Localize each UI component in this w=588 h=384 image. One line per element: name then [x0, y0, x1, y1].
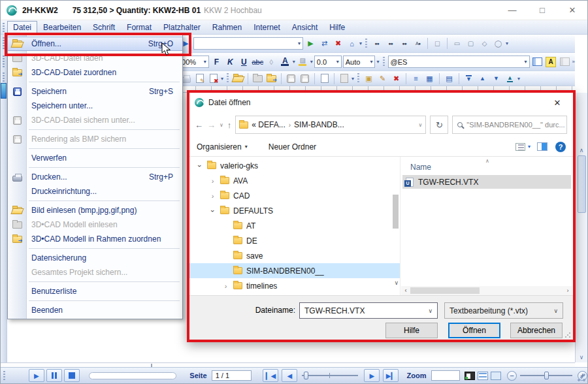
page-layout-icon[interactable]: ▤	[443, 72, 455, 85]
move-up-icon[interactable]: ▲	[476, 72, 489, 85]
organize-dropdown-icon[interactable]: ▾	[245, 144, 248, 150]
stop-button[interactable]	[64, 369, 80, 382]
slider-thumb[interactable]	[544, 372, 549, 379]
menu-platzhalter[interactable]: Platzhalter	[157, 21, 206, 34]
table-disabled-icon[interactable]	[559, 56, 571, 68]
find-next-icon[interactable]: ●●	[398, 37, 410, 50]
scroll-up-icon[interactable]: ∧	[576, 145, 587, 155]
tree-scroll-thumb[interactable]	[393, 195, 399, 229]
strikethrough-icon[interactable]: abc	[252, 56, 264, 68]
dropdown-icon[interactable]: ▾	[295, 40, 301, 46]
dialog-resize-grip[interactable]	[564, 332, 571, 338]
toolbar-overflow-icon[interactable]: ▾	[506, 42, 508, 45]
list-format-icon[interactable]: ≡	[410, 72, 422, 85]
tree-item-sim-bandbren00[interactable]: SIM-BANDBREN00__	[189, 263, 400, 278]
scroll-thumb[interactable]	[578, 155, 586, 213]
search-input[interactable]: "SIM-BANDBREN00__" durc...	[452, 116, 567, 134]
resize-grip[interactable]	[577, 373, 586, 382]
zoom-page-icon[interactable]	[465, 372, 475, 380]
polygon-shape-icon[interactable]: ◇	[478, 37, 491, 50]
align-top-icon[interactable]: ▼	[463, 72, 475, 85]
menu-item-druckeinrichtung[interactable]: Druckeinrichtung...	[8, 184, 182, 199]
menu-item-beenden[interactable]: Beenden	[8, 303, 182, 317]
edit-page-icon[interactable]: ✎	[193, 72, 206, 85]
menu-item-speichern[interactable]: Speichern Strg+S	[8, 84, 182, 99]
menu-item-speichern-unter[interactable]: Speichern unter...	[8, 99, 182, 113]
url-combobox[interactable]: ▾	[193, 37, 303, 50]
toolbar-overflow-icon[interactable]: ▾	[351, 77, 354, 80]
dropdown-icon[interactable]: ∨	[553, 308, 558, 314]
menu-item-benutzerliste[interactable]: Benutzerliste	[8, 284, 182, 298]
expander-icon[interactable]: ›	[222, 282, 229, 290]
play-button[interactable]: ▶	[29, 369, 44, 382]
menu-item-3d-modell-rahmen-zuordnen[interactable]: 3D•CAD Modell in Rahmen zuordnen	[8, 232, 182, 246]
new-folder-button[interactable]: Neuer Ordner	[269, 142, 316, 152]
menu-item-3d-cad-zuordnen[interactable]: 3D-CAD-Datei zuordnen	[8, 65, 182, 80]
first-page-button[interactable]: ▎◀	[263, 369, 278, 382]
scroll-left-icon[interactable]: ›	[401, 287, 410, 294]
horizontal-scrollbar[interactable]	[1, 362, 575, 367]
open-folder-icon[interactable]	[232, 72, 244, 85]
save-as-disabled-icon[interactable]	[299, 72, 311, 85]
folder-assign-icon[interactable]	[265, 72, 278, 85]
scroll-right-icon[interactable]: ›	[563, 287, 572, 294]
cancel-button[interactable]: Abbrechen	[510, 323, 563, 338]
tree-item-save[interactable]: save	[189, 248, 400, 263]
zoom-out-button[interactable]: –	[507, 371, 517, 381]
menu-rahmen[interactable]: Rahmen	[206, 21, 248, 34]
find-prev-icon[interactable]: ●●	[384, 37, 397, 50]
fill-color-dropdown-icon[interactable]: ▾	[310, 60, 313, 63]
toolbar-grip[interactable]	[357, 73, 359, 84]
line-width-combobox[interactable]: 0.0 ▾	[314, 56, 342, 68]
prev-page-button[interactable]: ◀	[282, 369, 297, 382]
align-bottom-icon[interactable]: ▲	[504, 72, 516, 85]
fit-width-icon[interactable]	[478, 372, 488, 380]
auto-combobox[interactable]: Auto ▾	[343, 56, 376, 68]
tree-scrollbar[interactable]: ∨	[392, 157, 399, 286]
menu-item-3d-cad-laden[interactable]: 3D-CAD-Datei laden	[8, 51, 182, 65]
menu-item-3d-modell-einlesen[interactable]: 3D•CAD Modell einlesen	[8, 217, 182, 232]
tree-item-defaults[interactable]: › DEFAULTS	[189, 203, 400, 218]
dropdown-icon[interactable]: ▾	[367, 59, 372, 65]
delete-frame-icon[interactable]: ✖	[390, 72, 402, 85]
list-horizontal-scrollbar[interactable]: › ›	[401, 286, 572, 295]
edit-frame-icon[interactable]: ✎	[376, 72, 389, 85]
preview-pane-icon[interactable]	[537, 142, 547, 151]
menu-item-rendering-bmp[interactable]: Rendering als BMP sichern	[8, 132, 182, 146]
filetype-combobox[interactable]: Textbearbeitung (*.vtx) ∨	[444, 302, 563, 319]
copy-frame-icon[interactable]: ▣	[363, 72, 375, 85]
toolbar-overflow-icon[interactable]: ▾	[376, 60, 379, 63]
underline-icon[interactable]: U	[238, 56, 250, 68]
font-color-icon[interactable]: A	[279, 56, 291, 68]
zoom-slider[interactable]	[520, 371, 572, 380]
style-combobox[interactable]: @ES ▾	[388, 56, 530, 68]
select-tool-icon[interactable]: ◻	[431, 37, 444, 50]
page-slider[interactable]	[302, 371, 358, 380]
save-disabled-icon[interactable]	[285, 72, 297, 85]
minimize-button[interactable]: —	[497, 1, 527, 20]
slider-thumb[interactable]	[304, 372, 308, 379]
dropdown-icon[interactable]: ∨	[428, 308, 433, 314]
toolbar-overflow-icon[interactable]: ▾	[359, 42, 362, 45]
tree-item-at[interactable]: AT	[189, 218, 400, 233]
menu-bearbeiten[interactable]: Bearbeiten	[37, 21, 87, 34]
highlight-field-icon[interactable]: A	[545, 56, 557, 68]
toolbar-overflow-icon[interactable]: »	[572, 60, 575, 63]
breadcrumb-dropdown-icon[interactable]: ∨	[419, 122, 423, 128]
new-document-icon[interactable]	[318, 72, 331, 85]
font-color-dropdown-icon[interactable]: ▾	[293, 60, 295, 63]
find-text-icon[interactable]: A●	[412, 37, 424, 50]
menu-item-verwerfen[interactable]: Verwerfen	[8, 151, 182, 165]
rect-shape-icon[interactable]: ▭	[451, 37, 463, 50]
toolbar-overflow-icon[interactable]: ▾	[517, 77, 520, 80]
statusbar-grip[interactable]	[3, 371, 5, 380]
filename-combobox[interactable]: TGW-RECH.VTX ∨	[299, 302, 438, 319]
preview-play-icon[interactable]: ▶	[304, 37, 317, 50]
tree-item-de[interactable]: DE	[189, 233, 400, 248]
close-button[interactable]: ✕	[557, 1, 587, 20]
toolbar-grip[interactable]	[227, 73, 229, 84]
grid-format-icon[interactable]: ▦	[423, 72, 436, 85]
tree-item-ava[interactable]: › AVA	[189, 173, 400, 188]
dropdown-icon[interactable]: ▾	[201, 59, 206, 65]
help-button[interactable]: Hilfe	[385, 323, 438, 338]
